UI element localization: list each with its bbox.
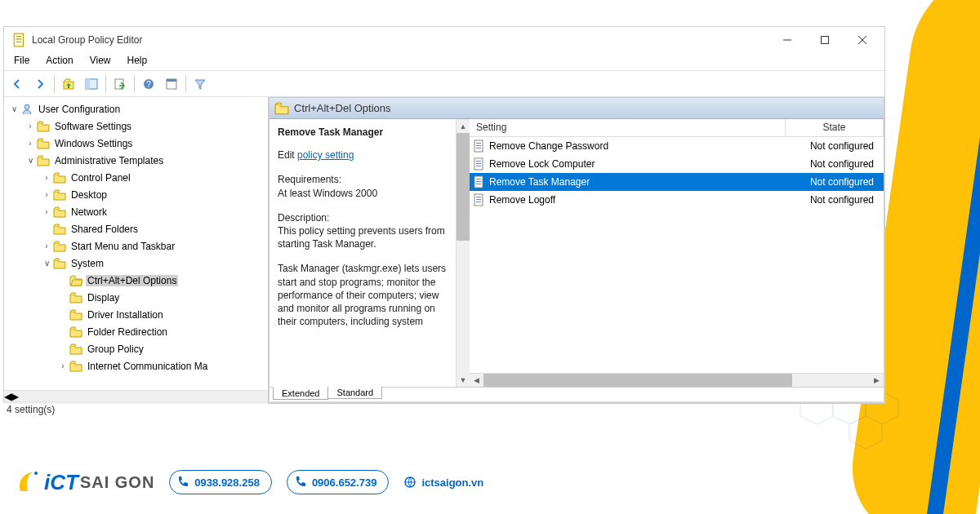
list-hscrollbar[interactable]: ◀ ▶ (470, 373, 884, 387)
list-row[interactable]: Remove Task ManagerNot configured (470, 173, 884, 191)
tree-item[interactable]: Folder Redirection (4, 323, 268, 340)
filter-button[interactable] (189, 73, 211, 95)
chevron-right-icon[interactable]: › (56, 361, 69, 370)
tree-item[interactable]: Group Policy (4, 340, 268, 357)
show-hide-tree-button[interactable] (81, 73, 102, 95)
policy-state: Not configured (782, 176, 880, 188)
website-link[interactable]: ictsaigon.vn (403, 476, 483, 489)
menu-help[interactable]: Help (119, 53, 156, 70)
svg-rect-17 (86, 79, 90, 89)
phone-pill-2[interactable]: 0906.652.739 (287, 470, 390, 494)
svg-point-23 (24, 104, 29, 109)
tree-item[interactable]: ›Start Menu and Taskbar (4, 237, 268, 255)
tree-item[interactable]: ›Control Panel (4, 169, 268, 186)
folder-icon (69, 274, 82, 287)
tree-item[interactable]: ›Desktop (4, 186, 268, 203)
content-area: ∨ User Configuration ›Software Settings›… (4, 97, 884, 404)
help-button[interactable]: ? (138, 73, 159, 95)
chevron-down-icon[interactable]: ∨ (40, 259, 53, 268)
folder-icon (69, 291, 82, 304)
properties-button[interactable] (161, 73, 182, 95)
tree-label: Folder Redirection (86, 326, 169, 338)
chevron-down-icon[interactable]: ∨ (7, 104, 20, 113)
tree-label: Administrative Templates (53, 155, 165, 166)
chevron-right-icon[interactable]: › (40, 241, 53, 250)
tree-label: Windows Settings (53, 138, 134, 149)
description-p1: This policy setting prevents users from … (278, 224, 448, 250)
tree-label: Ctrl+Alt+Del Options (86, 275, 178, 286)
tree-item[interactable]: ∨System (4, 255, 268, 272)
phone-pill-1[interactable]: 0938.928.258 (169, 470, 272, 494)
nav-tree[interactable]: ∨ User Configuration ›Software Settings›… (4, 97, 268, 389)
tree-label: Start Menu and Taskbar (69, 241, 176, 252)
back-button[interactable] (7, 73, 28, 95)
details-panel: Ctrl+Alt+Del Options Remove Task Manager… (269, 97, 884, 404)
tree-label: Network (69, 206, 109, 218)
policy-name: Remove Change Password (489, 140, 782, 152)
list-row[interactable]: Remove Change PasswordNot configured (470, 137, 884, 155)
folder-icon (53, 188, 66, 202)
list-row[interactable]: Remove LogoffNot configured (470, 191, 884, 209)
col-setting[interactable]: Setting (470, 119, 786, 136)
scroll-up-icon[interactable]: ▲ (457, 119, 470, 133)
up-button[interactable] (58, 73, 79, 95)
policy-icon (473, 140, 486, 153)
scroll-down-icon[interactable]: ▼ (457, 373, 470, 387)
desc-vscrollbar[interactable]: ▲ ▼ (456, 119, 470, 387)
policy-state: Not configured (782, 194, 880, 206)
folder-open-icon (274, 101, 289, 116)
tree-item[interactable]: Shared Folders (4, 220, 268, 237)
toolbar-separator (54, 75, 55, 93)
tree-item[interactable]: ›Windows Settings (4, 135, 268, 152)
logo-text-2: SAI GON (80, 473, 154, 492)
policy-icon (473, 175, 486, 188)
chevron-right-icon[interactable]: › (24, 122, 37, 131)
list-row[interactable]: Remove Lock ComputerNot configured (470, 155, 884, 173)
menu-view[interactable]: View (82, 53, 119, 70)
chevron-right-icon[interactable]: › (40, 190, 53, 199)
folder-icon (53, 206, 66, 219)
scroll-left-icon[interactable]: ◀ (470, 374, 483, 387)
tab-extended[interactable]: Extended (273, 387, 328, 400)
phone-icon (176, 476, 189, 489)
close-button[interactable] (844, 27, 881, 53)
policy-state: Not configured (782, 140, 880, 152)
tab-standard[interactable]: Standard (327, 387, 382, 399)
menu-action[interactable]: Action (38, 53, 81, 70)
tree-root[interactable]: ∨ User Configuration (4, 100, 268, 117)
chevron-down-icon[interactable]: ∨ (24, 156, 37, 165)
minimize-button[interactable] (768, 27, 806, 53)
svg-rect-29 (476, 161, 481, 162)
tree-label: User Configuration (37, 104, 122, 115)
export-button[interactable] (109, 73, 131, 95)
menu-file[interactable]: File (6, 53, 38, 70)
tree-item[interactable]: ›Internet Communication Ma (4, 357, 268, 374)
list-header[interactable]: Setting State (470, 119, 884, 137)
tree-item[interactable]: Driver Installation (4, 306, 268, 323)
col-state[interactable]: State (786, 119, 884, 136)
settings-list: Setting State Remove Change PasswordNot … (470, 119, 884, 387)
forward-button[interactable] (29, 73, 51, 95)
folder-icon (53, 171, 66, 184)
titlebar[interactable]: Local Group Policy Editor (4, 27, 884, 53)
tree-item[interactable]: Ctrl+Alt+Del Options (4, 272, 268, 289)
tree-item[interactable]: ∨Administrative Templates (4, 152, 268, 169)
policy-name: Remove Lock Computer (489, 158, 782, 170)
status-text: 4 setting(s) (7, 404, 55, 415)
chevron-right-icon[interactable]: › (40, 207, 53, 216)
svg-rect-27 (476, 148, 481, 148)
tree-item[interactable]: ›Network (4, 203, 268, 220)
chevron-right-icon[interactable]: › (40, 173, 53, 182)
branding-bar: iCT SAI GON 0938.928.258 0906.652.739 ic… (16, 468, 483, 496)
scroll-right-icon[interactable]: ▶ (870, 374, 884, 387)
edit-policy-link[interactable]: policy setting (297, 149, 354, 161)
tree-label: Driver Installation (86, 309, 165, 321)
folder-icon (69, 326, 82, 339)
chevron-right-icon[interactable]: › (24, 139, 37, 148)
maximize-button[interactable] (806, 27, 844, 53)
svg-point-40 (34, 472, 38, 475)
tree-item[interactable]: Display (4, 289, 268, 306)
tree-item[interactable]: ›Software Settings (4, 117, 268, 135)
logo-swoosh-icon (16, 468, 44, 496)
folder-icon (69, 308, 82, 321)
